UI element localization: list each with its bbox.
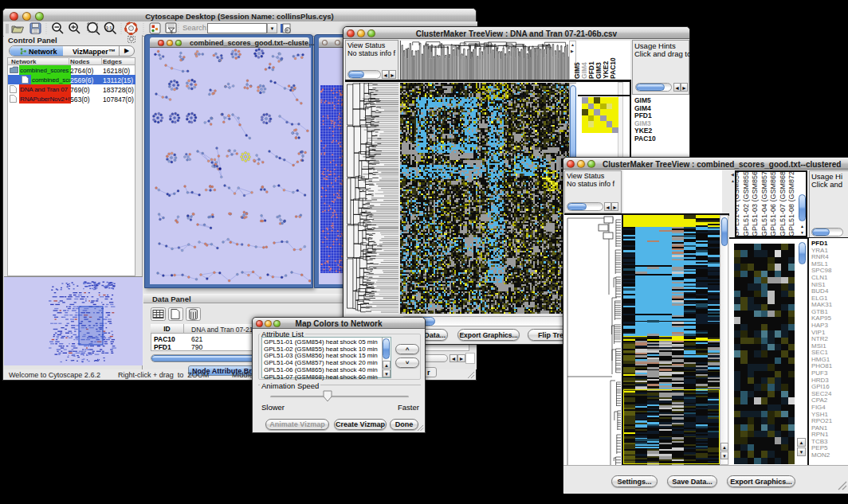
svg-text:Search:: Search: <box>183 23 209 32</box>
svg-text:1:1: 1:1 <box>106 25 112 30</box>
